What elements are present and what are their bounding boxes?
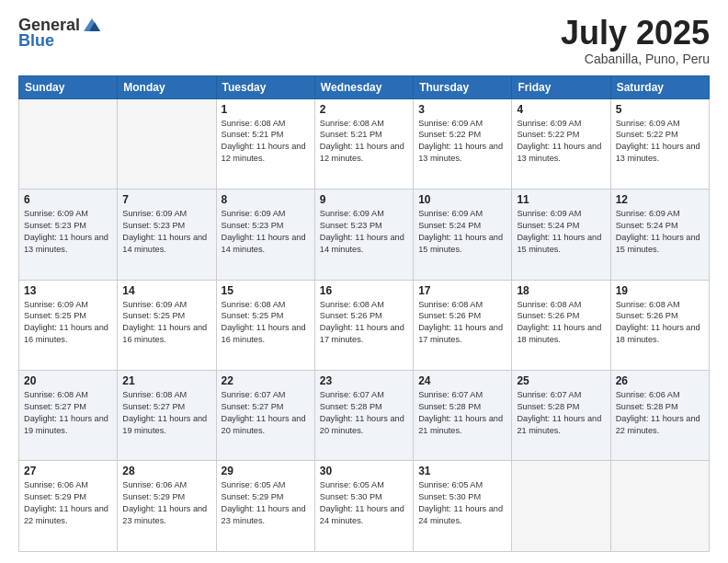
day-number: 30 (320, 465, 408, 477)
day-number: 20 (24, 374, 112, 387)
calendar-cell (610, 461, 709, 552)
day-info: Sunrise: 6:08 AM Sunset: 5:26 PM Dayligh… (517, 299, 605, 347)
day-info: Sunrise: 6:09 AM Sunset: 5:24 PM Dayligh… (418, 208, 506, 256)
calendar-week-2: 6Sunrise: 6:09 AM Sunset: 5:23 PM Daylig… (19, 190, 710, 280)
day-number: 19 (616, 284, 704, 297)
day-number: 18 (517, 284, 605, 297)
calendar-header-friday: Friday (512, 75, 610, 98)
day-number: 23 (320, 374, 408, 387)
calendar-cell: 21Sunrise: 6:08 AM Sunset: 5:27 PM Dayli… (118, 371, 216, 461)
calendar-cell: 9Sunrise: 6:09 AM Sunset: 5:23 PM Daylig… (314, 190, 413, 280)
calendar-cell (19, 98, 118, 189)
day-number: 31 (418, 465, 506, 477)
day-info: Sunrise: 6:05 AM Sunset: 5:29 PM Dayligh… (222, 479, 310, 527)
day-number: 5 (616, 103, 704, 116)
day-info: Sunrise: 6:09 AM Sunset: 5:22 PM Dayligh… (418, 118, 506, 166)
calendar-cell: 20Sunrise: 6:08 AM Sunset: 5:27 PM Dayli… (19, 371, 118, 461)
day-info: Sunrise: 6:07 AM Sunset: 5:28 PM Dayligh… (517, 389, 605, 437)
day-info: Sunrise: 6:06 AM Sunset: 5:29 PM Dayligh… (122, 479, 210, 527)
day-number: 21 (122, 374, 210, 387)
calendar-week-3: 13Sunrise: 6:09 AM Sunset: 5:25 PM Dayli… (19, 280, 710, 370)
calendar-cell: 7Sunrise: 6:09 AM Sunset: 5:23 PM Daylig… (118, 190, 216, 280)
day-info: Sunrise: 6:09 AM Sunset: 5:22 PM Dayligh… (517, 118, 605, 166)
calendar-week-4: 20Sunrise: 6:08 AM Sunset: 5:27 PM Dayli… (19, 371, 710, 461)
day-info: Sunrise: 6:06 AM Sunset: 5:28 PM Dayligh… (616, 389, 704, 437)
day-number: 22 (222, 374, 310, 387)
day-info: Sunrise: 6:08 AM Sunset: 5:26 PM Dayligh… (616, 299, 704, 347)
page: General Blue July 2025 Cabanilla, Puno, … (0, 0, 728, 563)
calendar-header-monday: Monday (118, 75, 216, 98)
logo-blue: Blue (18, 31, 54, 51)
title-block: July 2025 Cabanilla, Puno, Peru (561, 15, 710, 66)
day-number: 29 (222, 465, 310, 477)
day-number: 24 (418, 374, 506, 387)
calendar-cell (512, 461, 610, 552)
calendar-cell: 17Sunrise: 6:08 AM Sunset: 5:26 PM Dayli… (414, 280, 512, 370)
day-number: 4 (517, 103, 605, 116)
day-number: 6 (24, 193, 112, 206)
calendar-cell: 10Sunrise: 6:09 AM Sunset: 5:24 PM Dayli… (414, 190, 512, 280)
day-info: Sunrise: 6:07 AM Sunset: 5:27 PM Dayligh… (222, 389, 310, 437)
day-number: 10 (418, 193, 506, 206)
day-info: Sunrise: 6:09 AM Sunset: 5:25 PM Dayligh… (24, 299, 112, 347)
calendar-cell: 3Sunrise: 6:09 AM Sunset: 5:22 PM Daylig… (414, 98, 512, 189)
calendar-cell: 4Sunrise: 6:09 AM Sunset: 5:22 PM Daylig… (512, 98, 610, 189)
calendar-header-wednesday: Wednesday (314, 75, 413, 98)
day-number: 27 (24, 465, 112, 477)
calendar-week-1: 1Sunrise: 6:08 AM Sunset: 5:21 PM Daylig… (19, 98, 710, 189)
day-info: Sunrise: 6:08 AM Sunset: 5:27 PM Dayligh… (24, 389, 112, 437)
day-number: 12 (616, 193, 704, 206)
calendar-cell: 31Sunrise: 6:05 AM Sunset: 5:30 PM Dayli… (414, 461, 512, 552)
calendar-cell: 28Sunrise: 6:06 AM Sunset: 5:29 PM Dayli… (118, 461, 216, 552)
calendar-cell: 14Sunrise: 6:09 AM Sunset: 5:25 PM Dayli… (118, 280, 216, 370)
calendar-header-thursday: Thursday (414, 75, 512, 98)
day-info: Sunrise: 6:09 AM Sunset: 5:24 PM Dayligh… (616, 208, 704, 256)
logo-icon (82, 15, 102, 35)
logo: General Blue (18, 15, 102, 51)
calendar-cell: 25Sunrise: 6:07 AM Sunset: 5:28 PM Dayli… (512, 371, 610, 461)
day-info: Sunrise: 6:05 AM Sunset: 5:30 PM Dayligh… (418, 479, 506, 527)
calendar-header-sunday: Sunday (19, 75, 118, 98)
calendar-cell: 30Sunrise: 6:05 AM Sunset: 5:30 PM Dayli… (314, 461, 413, 552)
calendar-cell: 1Sunrise: 6:08 AM Sunset: 5:21 PM Daylig… (216, 98, 314, 189)
calendar-cell: 16Sunrise: 6:08 AM Sunset: 5:26 PM Dayli… (314, 280, 413, 370)
calendar-cell: 11Sunrise: 6:09 AM Sunset: 5:24 PM Dayli… (512, 190, 610, 280)
day-info: Sunrise: 6:09 AM Sunset: 5:23 PM Dayligh… (222, 208, 310, 256)
calendar-cell (118, 98, 216, 189)
day-info: Sunrise: 6:09 AM Sunset: 5:23 PM Dayligh… (24, 208, 112, 256)
day-info: Sunrise: 6:08 AM Sunset: 5:27 PM Dayligh… (122, 389, 210, 437)
day-number: 9 (320, 193, 408, 206)
day-number: 7 (122, 193, 210, 206)
day-number: 1 (222, 103, 310, 116)
day-info: Sunrise: 6:08 AM Sunset: 5:21 PM Dayligh… (222, 118, 310, 166)
day-info: Sunrise: 6:09 AM Sunset: 5:23 PM Dayligh… (320, 208, 408, 256)
calendar-cell: 5Sunrise: 6:09 AM Sunset: 5:22 PM Daylig… (610, 98, 709, 189)
calendar-cell: 2Sunrise: 6:08 AM Sunset: 5:21 PM Daylig… (314, 98, 413, 189)
location: Cabanilla, Puno, Peru (561, 52, 710, 66)
day-number: 25 (517, 374, 605, 387)
day-info: Sunrise: 6:07 AM Sunset: 5:28 PM Dayligh… (418, 389, 506, 437)
calendar-cell: 15Sunrise: 6:08 AM Sunset: 5:25 PM Dayli… (216, 280, 314, 370)
calendar-cell: 26Sunrise: 6:06 AM Sunset: 5:28 PM Dayli… (610, 371, 709, 461)
day-number: 13 (24, 284, 112, 297)
calendar-table: SundayMondayTuesdayWednesdayThursdayFrid… (18, 75, 710, 552)
calendar-header-tuesday: Tuesday (216, 75, 314, 98)
calendar-header-saturday: Saturday (610, 75, 709, 98)
calendar-cell: 13Sunrise: 6:09 AM Sunset: 5:25 PM Dayli… (19, 280, 118, 370)
calendar-cell: 18Sunrise: 6:08 AM Sunset: 5:26 PM Dayli… (512, 280, 610, 370)
calendar-cell: 29Sunrise: 6:05 AM Sunset: 5:29 PM Dayli… (216, 461, 314, 552)
day-info: Sunrise: 6:07 AM Sunset: 5:28 PM Dayligh… (320, 389, 408, 437)
calendar-cell: 27Sunrise: 6:06 AM Sunset: 5:29 PM Dayli… (19, 461, 118, 552)
day-info: Sunrise: 6:08 AM Sunset: 5:26 PM Dayligh… (418, 299, 506, 347)
month-title: July 2025 (561, 15, 710, 52)
day-number: 28 (122, 465, 210, 477)
calendar-header-row: SundayMondayTuesdayWednesdayThursdayFrid… (19, 75, 710, 98)
day-info: Sunrise: 6:08 AM Sunset: 5:21 PM Dayligh… (320, 118, 408, 166)
day-number: 11 (517, 193, 605, 206)
day-number: 2 (320, 103, 408, 116)
day-number: 26 (616, 374, 704, 387)
day-number: 3 (418, 103, 506, 116)
day-info: Sunrise: 6:09 AM Sunset: 5:22 PM Dayligh… (616, 118, 704, 166)
day-number: 16 (320, 284, 408, 297)
header: General Blue July 2025 Cabanilla, Puno, … (18, 15, 710, 66)
